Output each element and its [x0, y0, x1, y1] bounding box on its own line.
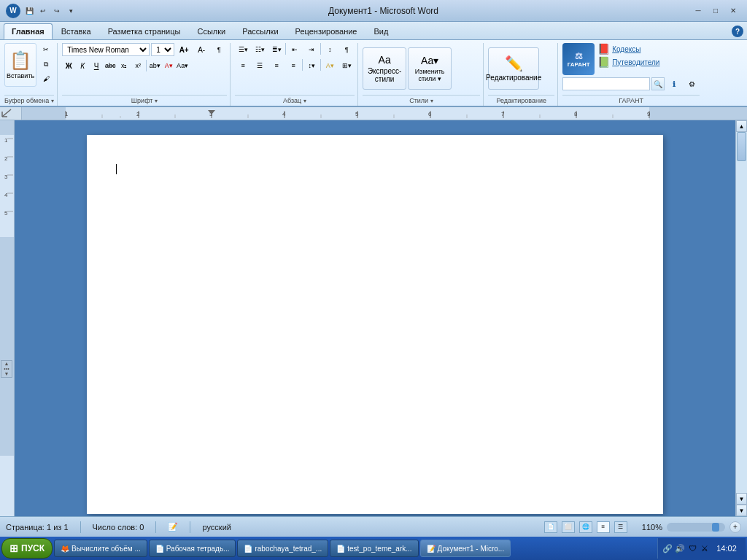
svg-text:5: 5: [355, 111, 359, 117]
sort-button[interactable]: ↕: [322, 43, 338, 56]
underline-button[interactable]: Ч: [90, 59, 103, 72]
strikethrough-button[interactable]: abc: [104, 59, 117, 72]
language[interactable]: русский: [202, 523, 231, 532]
font-name-select[interactable]: Times New Roman Arial Calibri: [62, 43, 150, 56]
tab-insert[interactable]: Вставка: [53, 23, 99, 39]
zoom-slider[interactable]: [667, 523, 725, 532]
multilevel-button[interactable]: ≣▾: [268, 43, 285, 56]
text-highlight-button[interactable]: ab▾: [148, 59, 161, 72]
save-button[interactable]: 💾: [23, 5, 35, 17]
subscript-button[interactable]: x₂: [117, 59, 131, 72]
align-right-button[interactable]: ≡: [268, 59, 285, 72]
undo-button[interactable]: ↩: [37, 5, 49, 17]
case-button[interactable]: Аа▾: [176, 59, 189, 72]
cut-button[interactable]: ✂: [38, 43, 54, 56]
taskbar-test[interactable]: 📄 test_po_teme_ark...: [330, 540, 418, 557]
garant-info-button[interactable]: ℹ: [666, 77, 682, 90]
qa-more-button[interactable]: ▾: [65, 5, 77, 17]
clipboard-expand-icon[interactable]: ▾: [51, 98, 54, 104]
tab-mailings[interactable]: Рассылки: [234, 23, 286, 39]
clear-format-button[interactable]: ¶: [211, 43, 227, 56]
ruler-marks-svg: 1 2 3 4 5 6 7 8 9: [22, 107, 747, 120]
expand-dots: •••: [4, 366, 9, 371]
font-expand-icon[interactable]: ▾: [155, 98, 158, 104]
numbering-button[interactable]: ☷▾: [252, 43, 268, 56]
zoom-thumb[interactable]: [712, 523, 719, 532]
indent-inc-button[interactable]: ⇥: [303, 43, 320, 56]
paragraph-expand-icon[interactable]: ▾: [303, 98, 306, 104]
format-painter-button[interactable]: 🖌: [38, 72, 54, 85]
garant-extra-button[interactable]: ⚙: [684, 77, 700, 90]
tab-review[interactable]: Рецензирование: [287, 23, 365, 39]
system-clock[interactable]: 14:02: [712, 544, 741, 553]
scroll-down-button-1[interactable]: ▼: [736, 493, 747, 505]
spell-check-icon[interactable]: 📝: [168, 522, 178, 532]
kodeksy-link[interactable]: Кодексы: [612, 45, 640, 53]
taskbar-workbook[interactable]: 📄 Рабочая тетрадь...: [149, 540, 236, 557]
font-color-button[interactable]: A▾: [162, 59, 175, 72]
garant-search-input[interactable]: [562, 77, 650, 90]
change-styles-button[interactable]: Аа▾ Изменить стили ▾: [408, 47, 452, 90]
superscript-button[interactable]: x²: [131, 59, 144, 72]
copy-button[interactable]: ⧉: [38, 58, 54, 71]
tray-security-icon[interactable]: 🛡: [687, 543, 697, 553]
zoom-in-button[interactable]: +: [729, 521, 741, 533]
tab-references[interactable]: Ссылки: [189, 23, 233, 39]
word-count[interactable]: Число слов: 0: [93, 523, 144, 532]
scroll-thumb[interactable]: [737, 132, 746, 161]
scroll-track[interactable]: [736, 132, 747, 493]
scroll-up-button[interactable]: ▲: [736, 120, 747, 132]
grow-font-button[interactable]: A+: [176, 43, 192, 56]
shrink-font-button[interactable]: A-: [193, 43, 209, 56]
editing-button[interactable]: ✏️ Редактирование: [488, 47, 539, 90]
align-center-button[interactable]: ☰: [252, 59, 268, 72]
marks-button[interactable]: ¶: [338, 43, 355, 56]
align-left-button[interactable]: ≡: [235, 59, 251, 72]
shading-button[interactable]: A▾: [322, 59, 338, 72]
minimize-button[interactable]: ─: [690, 4, 706, 18]
styles-expand-icon[interactable]: ▾: [430, 98, 433, 104]
document-area[interactable]: [15, 120, 735, 516]
putevoditeli-link[interactable]: Путеводители: [612, 58, 659, 66]
taskbar-firefox[interactable]: 🦊 Вычислите объём ...: [54, 540, 147, 557]
view-layout-button[interactable]: ≡: [597, 521, 610, 533]
tray-network-icon[interactable]: 🔗: [662, 543, 673, 553]
italic-button[interactable]: К: [76, 59, 89, 72]
font-content: Times New Roman Arial Calibri 11 10 12 1…: [62, 43, 227, 93]
indent-dec-button[interactable]: ⇤: [287, 43, 303, 56]
page-info[interactable]: Страница: 1 из 1: [6, 523, 69, 532]
document-page[interactable]: [87, 135, 663, 514]
ruler-corner[interactable]: [0, 107, 22, 120]
maximize-button[interactable]: □: [708, 4, 724, 18]
tray-antivirus-icon[interactable]: ⚔: [700, 543, 710, 553]
border-button[interactable]: ⊞▾: [338, 59, 355, 72]
tab-home[interactable]: Главная: [4, 23, 53, 39]
windows-logo-icon: ⊞: [9, 542, 18, 554]
putevoditeli-icon: 📗: [597, 56, 610, 68]
taskbar-word-active[interactable]: 📝 Документ1 - Micro...: [420, 540, 511, 557]
view-web-button[interactable]: 🌐: [579, 521, 592, 533]
paste-button[interactable]: 📋 Вставить: [4, 43, 36, 87]
bullets-button[interactable]: ☰▾: [235, 43, 251, 56]
view-fullscreen-button[interactable]: ⬜: [562, 521, 575, 533]
tray-sound-icon[interactable]: 🔊: [675, 543, 685, 553]
font-size-select[interactable]: 11 10 12 14: [151, 43, 174, 56]
start-button[interactable]: ⊞ ПУСК: [1, 538, 53, 559]
redo-button[interactable]: ↪: [51, 5, 63, 17]
scroll-down-button-2[interactable]: ▼: [736, 505, 747, 516]
garant-logo[interactable]: ⚖ ГАРАНТ: [562, 43, 595, 75]
garant-search-button[interactable]: 🔍: [651, 77, 665, 90]
help-button[interactable]: ?: [732, 26, 743, 37]
taskbar-rabochaya[interactable]: 📄 rabochaya_tetrad_...: [237, 540, 328, 557]
express-styles-button[interactable]: Аа Экспресс-стили: [363, 47, 406, 90]
view-print-button[interactable]: 📄: [544, 521, 557, 533]
zoom-value: 110%: [642, 523, 662, 532]
close-button[interactable]: ✕: [725, 4, 741, 18]
line-spacing-button[interactable]: ↕▾: [303, 59, 320, 72]
tab-view[interactable]: Вид: [366, 23, 397, 39]
justify-button[interactable]: ≡: [285, 59, 301, 72]
tab-layout[interactable]: Разметка страницы: [100, 23, 189, 39]
bold-button[interactable]: Ж: [62, 59, 75, 72]
ruler-v-expand-button[interactable]: ▲ ••• ▼: [1, 360, 12, 378]
view-outline-button[interactable]: ☰: [614, 521, 627, 533]
